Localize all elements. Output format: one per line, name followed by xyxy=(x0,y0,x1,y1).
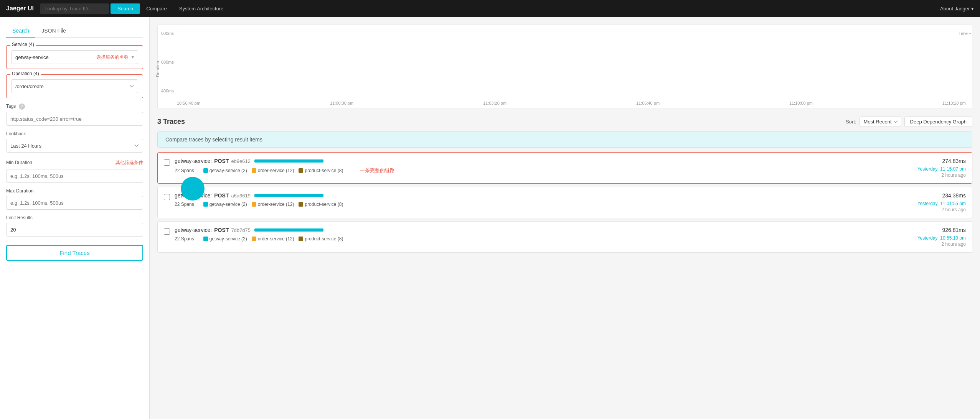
chevron-down-icon: ▾ xyxy=(132,54,134,60)
service-hint: 选择服务的名称 xyxy=(96,54,129,61)
topnav: Jaeger UI Search Compare System Architec… xyxy=(0,0,980,17)
operation-select[interactable]: /order/create xyxy=(11,79,138,93)
y-axis: 800ms 600ms 400ms xyxy=(158,31,177,93)
brand-logo: Jaeger UI xyxy=(6,5,34,12)
search-button[interactable]: Search xyxy=(111,3,140,14)
x-axis-tick: 11:00:00 pm xyxy=(330,101,353,105)
x-axis-tick: 10:56:40 pm xyxy=(177,101,200,105)
find-traces-button[interactable]: Find Traces xyxy=(6,245,143,261)
x-axis-tick: 11:13:20 pm xyxy=(942,101,966,105)
main-layout: Search JSON File Service (4) getway-serv… xyxy=(0,17,980,419)
sidebar-tabs: Search JSON File xyxy=(6,25,143,38)
tab-json-file[interactable]: JSON File xyxy=(35,25,72,38)
min-duration-group: Min Duration 其他筛选条件 xyxy=(6,158,143,183)
operation-section: Operation (4) /order/create xyxy=(6,74,143,98)
trace-id-input[interactable] xyxy=(40,3,109,14)
max-duration-label: Max Duration xyxy=(6,188,143,194)
limit-results-input[interactable] xyxy=(6,223,143,237)
max-duration-group: Max Duration xyxy=(6,188,143,210)
service-label: Service (4) xyxy=(10,42,36,47)
tags-group: Tags ? xyxy=(6,104,143,126)
min-duration-label: Min Duration xyxy=(6,160,32,165)
about-menu[interactable]: About Jaeger ▾ xyxy=(940,6,974,12)
x-axis-label: Time→ xyxy=(959,31,972,36)
lookback-group: Lookback Last 24 Hours xyxy=(6,131,143,153)
chart-svg xyxy=(177,31,966,419)
y-axis-tick: 600ms xyxy=(161,60,174,64)
limit-results-group: Limit Results xyxy=(6,215,143,237)
limit-results-label: Limit Results xyxy=(6,215,143,220)
y-axis-tick: 400ms xyxy=(161,89,174,93)
x-axis-tick: 11:03:20 pm xyxy=(483,101,506,105)
tags-label: Tags ? xyxy=(6,104,143,110)
service-select-wrapper[interactable]: getway-service 选择服务的名称 ▾ xyxy=(11,50,138,64)
main-content: Duration 800ms 600ms 400ms 10:56:40 pm 1… xyxy=(150,17,980,419)
x-axis-tick: 11:06:40 pm xyxy=(636,101,660,105)
y-axis-tick: 800ms xyxy=(161,31,174,36)
service-section: Service (4) getway-service 选择服务的名称 ▾ xyxy=(6,45,143,69)
trace-checkbox[interactable] xyxy=(164,194,170,200)
x-axis: 10:56:40 pm 11:00:00 pm 11:03:20 pm 11:0… xyxy=(177,101,966,105)
tab-search[interactable]: Search xyxy=(6,25,35,38)
x-axis-tick: 11:10:00 pm xyxy=(789,101,813,105)
sidebar: Search JSON File Service (4) getway-serv… xyxy=(0,17,150,419)
service-select-value: getway-service xyxy=(15,54,96,60)
chart-area: Duration 800ms 600ms 400ms 10:56:40 pm 1… xyxy=(157,25,972,109)
lookback-select[interactable]: Last 24 Hours xyxy=(6,139,143,153)
trace-checkbox[interactable] xyxy=(164,228,170,235)
tags-tooltip-icon: ? xyxy=(19,104,25,110)
other-filters-hint: 其他筛选条件 xyxy=(115,159,143,166)
lookback-label: Lookback xyxy=(6,131,143,136)
svg-point-4 xyxy=(181,177,205,200)
max-duration-input[interactable] xyxy=(6,196,143,210)
system-arch-link[interactable]: System Architecture xyxy=(173,3,230,14)
compare-link[interactable]: Compare xyxy=(140,3,173,14)
operation-label: Operation (4) xyxy=(10,71,41,76)
tags-input[interactable] xyxy=(6,112,143,126)
trace-checkbox[interactable] xyxy=(164,159,170,166)
min-duration-input[interactable] xyxy=(6,169,143,183)
